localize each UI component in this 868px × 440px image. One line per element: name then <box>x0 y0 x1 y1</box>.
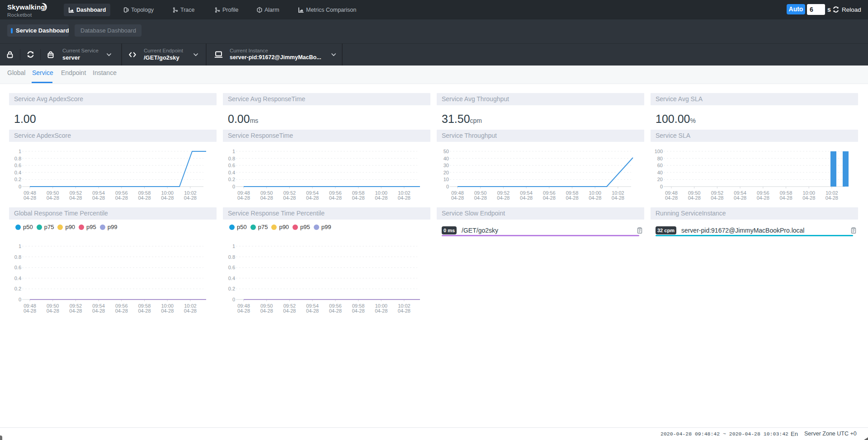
svg-text:0.6: 0.6 <box>228 265 235 270</box>
svg-text:1: 1 <box>232 149 235 154</box>
svg-text:04-28: 04-28 <box>688 195 701 201</box>
svg-text:20: 20 <box>657 177 663 182</box>
svg-text:04-28: 04-28 <box>69 195 82 201</box>
svg-text:04-28: 04-28 <box>398 308 410 314</box>
svg-text:0.4: 0.4 <box>228 276 235 281</box>
svg-text:0: 0 <box>19 297 21 302</box>
svg-text:04-28: 04-28 <box>237 308 250 314</box>
svg-text:04-28: 04-28 <box>589 195 601 201</box>
svg-text:04-28: 04-28 <box>69 308 82 314</box>
svg-text:04-28: 04-28 <box>161 195 174 201</box>
svg-text:04-28: 04-28 <box>329 195 342 201</box>
svg-text:04-28: 04-28 <box>497 195 509 201</box>
svg-text:0.4: 0.4 <box>14 276 21 281</box>
svg-text:04-28: 04-28 <box>375 308 387 314</box>
svg-text:04-28: 04-28 <box>779 195 792 201</box>
svg-text:40: 40 <box>657 170 663 175</box>
svg-text:0.6: 0.6 <box>14 265 21 270</box>
svg-text:04-28: 04-28 <box>329 308 342 314</box>
svg-text:0.8: 0.8 <box>14 254 21 260</box>
svg-text:04-28: 04-28 <box>352 195 364 201</box>
svg-text:04-28: 04-28 <box>24 308 36 314</box>
svg-text:04-28: 04-28 <box>520 195 533 201</box>
svg-text:1: 1 <box>19 149 21 154</box>
svg-text:1: 1 <box>232 243 235 249</box>
svg-text:0: 0 <box>660 184 663 189</box>
svg-text:04-28: 04-28 <box>802 195 815 201</box>
svg-text:04-28: 04-28 <box>115 195 128 201</box>
svg-text:04-28: 04-28 <box>543 195 556 201</box>
svg-text:0.2: 0.2 <box>228 177 235 182</box>
svg-text:04-28: 04-28 <box>757 195 769 201</box>
svg-text:0.2: 0.2 <box>14 286 21 291</box>
svg-text:30: 30 <box>443 163 449 168</box>
svg-text:04-28: 04-28 <box>47 195 59 201</box>
svg-text:0.6: 0.6 <box>228 163 235 168</box>
svg-text:0.8: 0.8 <box>228 254 235 260</box>
svg-text:04-28: 04-28 <box>283 195 296 201</box>
svg-text:0: 0 <box>232 184 235 189</box>
svg-text:04-28: 04-28 <box>260 308 273 314</box>
svg-text:04-28: 04-28 <box>612 195 624 201</box>
svg-text:0: 0 <box>19 184 21 189</box>
svg-text:04-28: 04-28 <box>451 195 464 201</box>
svg-text:04-28: 04-28 <box>306 195 319 201</box>
svg-text:20: 20 <box>443 170 449 175</box>
svg-text:04-28: 04-28 <box>47 308 59 314</box>
svg-text:04-28: 04-28 <box>734 195 746 201</box>
svg-text:40: 40 <box>443 156 449 161</box>
svg-text:0.2: 0.2 <box>228 286 235 291</box>
svg-text:04-28: 04-28 <box>665 195 678 201</box>
svg-text:0: 0 <box>232 297 235 302</box>
svg-text:0.6: 0.6 <box>14 163 21 168</box>
svg-text:04-28: 04-28 <box>260 195 273 201</box>
svg-text:0.4: 0.4 <box>14 170 21 175</box>
svg-text:04-28: 04-28 <box>138 308 151 314</box>
svg-text:04-28: 04-28 <box>826 195 838 201</box>
svg-text:10: 10 <box>443 177 449 182</box>
svg-text:04-28: 04-28 <box>474 195 487 201</box>
svg-text:0.4: 0.4 <box>228 170 235 175</box>
svg-text:04-28: 04-28 <box>398 195 410 201</box>
svg-text:04-28: 04-28 <box>375 195 387 201</box>
svg-text:04-28: 04-28 <box>184 308 197 314</box>
svg-text:60: 60 <box>657 163 663 168</box>
svg-text:04-28: 04-28 <box>566 195 578 201</box>
svg-text:0: 0 <box>446 184 449 189</box>
svg-text:80: 80 <box>657 156 663 161</box>
svg-text:04-28: 04-28 <box>24 195 36 201</box>
svg-text:04-28: 04-28 <box>306 308 319 314</box>
svg-text:0.8: 0.8 <box>14 156 21 161</box>
svg-text:04-28: 04-28 <box>237 195 250 201</box>
svg-text:04-28: 04-28 <box>711 195 723 201</box>
svg-text:50: 50 <box>443 149 449 154</box>
svg-text:04-28: 04-28 <box>184 195 197 201</box>
svg-text:04-28: 04-28 <box>283 308 296 314</box>
svg-text:1: 1 <box>19 243 21 249</box>
svg-text:0.2: 0.2 <box>14 177 21 182</box>
svg-text:100: 100 <box>655 149 663 154</box>
svg-text:04-28: 04-28 <box>92 308 105 314</box>
svg-text:0.8: 0.8 <box>228 156 235 161</box>
svg-text:04-28: 04-28 <box>92 195 105 201</box>
svg-text:04-28: 04-28 <box>352 308 364 314</box>
svg-text:04-28: 04-28 <box>115 308 128 314</box>
svg-text:04-28: 04-28 <box>138 195 151 201</box>
svg-text:04-28: 04-28 <box>161 308 174 314</box>
